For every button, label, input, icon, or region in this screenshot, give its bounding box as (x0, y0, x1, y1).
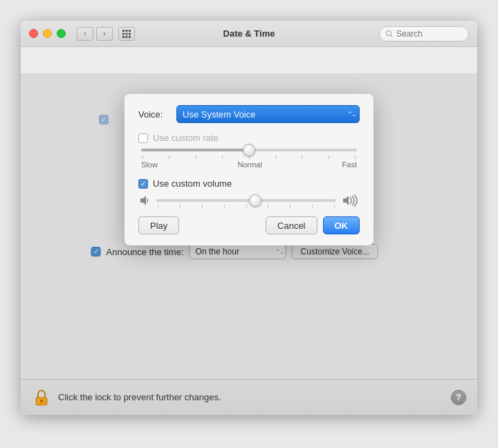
traffic-lights (29, 29, 66, 38)
ok-button[interactable]: OK (323, 216, 360, 234)
tick (334, 205, 335, 208)
rate-slow-label: Slow (141, 160, 158, 169)
volume-slider-thumb[interactable] (249, 194, 261, 207)
search-icon (385, 30, 394, 38)
help-button[interactable]: ? (451, 390, 466, 405)
tick (355, 156, 356, 159)
voice-select[interactable]: Use System Voice (176, 105, 360, 123)
tick (196, 156, 196, 159)
lock-text: Click the lock to prevent further change… (58, 392, 221, 402)
tick (302, 156, 302, 159)
tick (202, 205, 203, 208)
svg-rect-6 (122, 36, 124, 38)
modal-actions-right: Cancel OK (266, 216, 360, 234)
svg-rect-5 (129, 32, 131, 35)
tick (224, 205, 225, 208)
cancel-button[interactable]: Cancel (266, 216, 317, 234)
custom-rate-section: Use custom rate (138, 133, 360, 169)
window-title: Date & Time (223, 28, 275, 39)
tick (246, 205, 247, 208)
main-window: ‹ › Date & Time (21, 21, 477, 415)
tick (142, 156, 143, 159)
rate-slider-labels: Slow Normal Fast (141, 160, 357, 169)
svg-point-9 (387, 30, 391, 35)
svg-rect-2 (129, 30, 131, 32)
voice-select-wrapper: Use System Voice (176, 105, 360, 123)
back-icon: ‹ (84, 30, 86, 37)
grid-button[interactable] (118, 27, 135, 41)
rate-slider-track (141, 149, 357, 151)
custom-rate-row: Use custom rate (138, 133, 360, 143)
rate-slider-fill (141, 149, 249, 151)
svg-rect-0 (122, 30, 124, 32)
back-button[interactable]: ‹ (77, 27, 93, 41)
svg-line-10 (391, 35, 393, 37)
svg-marker-13 (343, 196, 349, 205)
svg-rect-7 (126, 36, 128, 38)
rate-slider-thumb[interactable] (243, 144, 255, 156)
navigation-buttons: ‹ › (77, 27, 113, 41)
custom-volume-section: Use custom volume (138, 178, 360, 207)
tick (180, 205, 181, 208)
rate-fast-label: Fast (342, 160, 357, 169)
rate-normal-label: Normal (237, 160, 261, 169)
lock-icon[interactable] (32, 388, 51, 407)
forward-button[interactable]: › (96, 27, 113, 41)
volume-tick-marks (156, 205, 336, 208)
svg-rect-8 (129, 36, 131, 38)
svg-rect-1 (126, 30, 128, 32)
tick (158, 205, 158, 208)
customize-voice-dialog: Voice: Use System Voice Use custom rate (124, 94, 374, 245)
voice-row: Voice: Use System Voice (138, 105, 360, 123)
minimize-button[interactable] (43, 29, 52, 38)
content-area: Show date Announce the time: On the hour… (21, 47, 477, 415)
forward-icon: › (103, 30, 105, 37)
bottom-bar: Click the lock to prevent further change… (21, 379, 477, 415)
grid-icon (122, 29, 131, 39)
modal-buttons: Play Cancel OK (138, 216, 360, 234)
help-icon: ? (456, 393, 461, 402)
play-button[interactable]: Play (138, 216, 179, 234)
voice-label: Voice: (138, 109, 169, 120)
tick (222, 156, 223, 159)
tick (275, 156, 276, 159)
custom-rate-label: Use custom rate (153, 133, 219, 143)
close-button[interactable] (29, 29, 38, 38)
maximize-button[interactable] (57, 29, 66, 38)
rate-slider-container: Slow Normal Fast (138, 149, 360, 169)
svg-marker-11 (140, 196, 146, 205)
tick (169, 156, 169, 159)
tick (268, 205, 268, 208)
svg-rect-4 (126, 32, 128, 35)
custom-volume-label: Use custom volume (153, 178, 232, 189)
volume-low-icon (138, 194, 151, 207)
tick (312, 205, 313, 208)
tick (329, 156, 329, 159)
tick (290, 205, 290, 208)
custom-rate-checkbox[interactable] (138, 133, 148, 143)
custom-volume-row: Use custom volume (138, 178, 360, 189)
search-bar[interactable] (379, 26, 469, 41)
custom-volume-checkbox[interactable] (138, 179, 148, 189)
volume-slider-track (156, 199, 336, 202)
search-input[interactable] (396, 29, 459, 39)
modal-overlay: Voice: Use System Voice Use custom rate (21, 73, 477, 379)
volume-high-icon (342, 194, 360, 207)
svg-rect-3 (122, 32, 124, 35)
volume-slider-row (138, 194, 360, 207)
titlebar: ‹ › Date & Time (21, 21, 477, 47)
